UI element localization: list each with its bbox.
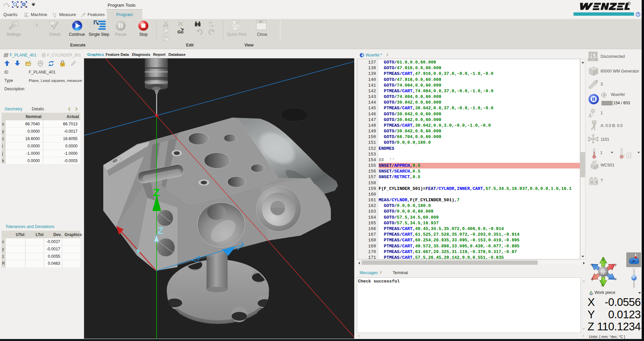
svg-text:ac: ac [211,24,214,27]
svg-text:?: ? [637,13,639,16]
svg-text:-z: -z [601,283,603,287]
svg-text:-y: -y [591,277,593,281]
svg-text:?: ? [595,180,598,185]
svg-text:Z: Z [157,225,163,236]
svg-text:z: z [602,257,604,261]
svg-text:x: x [615,277,617,281]
svg-text:Z: Z [153,187,160,199]
svg-text:R: R [628,2,630,5]
svg-text:-x: -x [590,263,593,266]
svg-text:y: y [615,263,617,266]
svg-text:ab: ab [209,21,212,24]
